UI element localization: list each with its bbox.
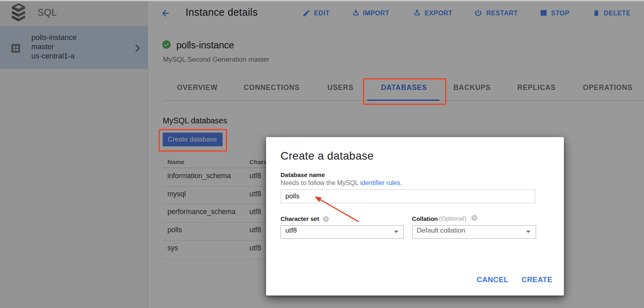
- svg-text:?: ?: [473, 216, 476, 220]
